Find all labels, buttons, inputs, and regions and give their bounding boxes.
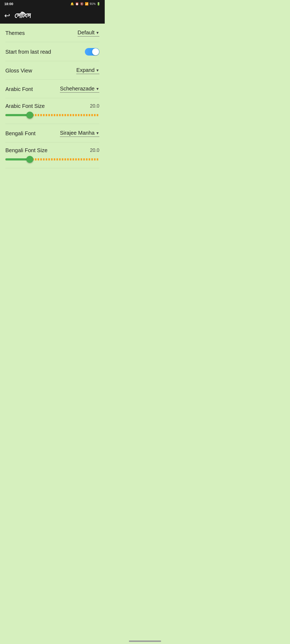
arabic-font-size-header: Arabic Font Size 20.0 [5, 103, 99, 109]
toggle-track [85, 48, 99, 56]
arabic-font-size-section: Arabic Font Size 20.0 [5, 98, 99, 124]
page-title: সেটিংস [15, 11, 31, 20]
bengali-font-size-slider[interactable] [5, 157, 99, 162]
settings-content: Themes Default ▼ Start from last read Gl… [0, 24, 105, 168]
back-button[interactable]: ↩ [4, 12, 10, 19]
themes-row: Themes Default ▼ [5, 24, 99, 42]
arabic-font-dropdown-arrow: ▼ [96, 87, 99, 91]
mute-icon: 🔇 [80, 2, 84, 6]
themes-value: Default [78, 30, 95, 36]
bengali-font-size-label: Bengali Font Size [5, 147, 48, 153]
start-from-last-read-row: Start from last read [5, 42, 99, 61]
status-icons: 🔔 ⏰ 🔇 📶 91% 🔋 [70, 2, 100, 6]
arabic-slider-thumb[interactable] [26, 112, 33, 119]
alarm-icon: ⏰ [75, 2, 79, 6]
battery-icon: 🔋 [97, 2, 100, 6]
themes-label: Themes [5, 30, 25, 36]
bengali-slider-track [5, 158, 99, 160]
battery-text: 91% [90, 2, 96, 5]
themes-dropdown-arrow: ▼ [96, 31, 99, 35]
arabic-slider-track [5, 114, 99, 116]
toggle-thumb [92, 48, 99, 55]
app-bar: ↩ সেটিংস [0, 8, 105, 24]
status-bar: 18:00 🔔 ⏰ 🔇 📶 91% 🔋 [0, 0, 105, 8]
start-from-last-read-toggle[interactable] [85, 48, 99, 56]
bengali-font-size-section: Bengali Font Size 20.0 [5, 142, 99, 168]
bengali-font-size-header: Bengali Font Size 20.0 [5, 147, 99, 153]
gloss-view-dropdown[interactable]: Expand ▼ [76, 67, 99, 74]
bengali-font-row: Bengali Font Sirajee Manha ▼ [5, 124, 99, 142]
notification-icon: 🔔 [70, 2, 74, 6]
arabic-font-value: Scheherazade [60, 86, 95, 92]
start-from-last-read-label: Start from last read [5, 49, 51, 55]
themes-dropdown[interactable]: Default ▼ [78, 30, 99, 36]
gloss-view-value: Expand [76, 67, 95, 73]
gloss-view-dropdown-arrow: ▼ [96, 68, 99, 72]
arabic-font-size-slider[interactable] [5, 112, 99, 118]
gloss-view-row: Gloss View Expand ▼ [5, 61, 99, 80]
bengali-font-dropdown-arrow: ▼ [96, 131, 99, 135]
arabic-font-size-value: 20.0 [90, 103, 99, 109]
status-time: 18:00 [4, 2, 13, 6]
gloss-view-label: Gloss View [5, 68, 32, 74]
bengali-slider-thumb[interactable] [26, 156, 33, 163]
bengali-font-dropdown[interactable]: Sirajee Manha ▼ [60, 130, 99, 137]
arabic-font-row: Arabic Font Scheherazade ▼ [5, 80, 99, 98]
bengali-font-size-value: 20.0 [90, 148, 99, 153]
bengali-font-label: Bengali Font [5, 130, 35, 137]
bengali-font-value: Sirajee Manha [60, 130, 95, 136]
arabic-font-label: Arabic Font [5, 86, 33, 92]
arabic-font-size-label: Arabic Font Size [5, 103, 45, 109]
arabic-font-dropdown[interactable]: Scheherazade ▼ [60, 86, 99, 93]
wifi-icon: 📶 [85, 2, 89, 6]
